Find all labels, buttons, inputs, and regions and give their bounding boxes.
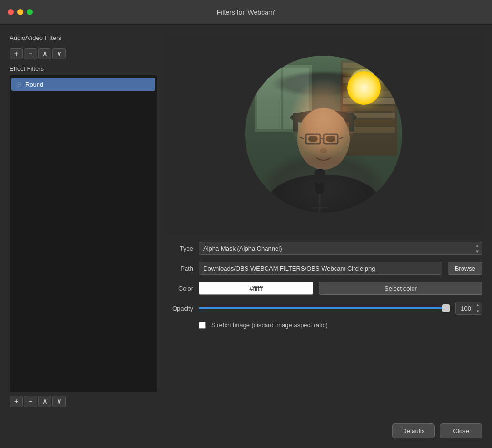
effect-add-button[interactable]: + xyxy=(10,396,23,407)
effect-up-button[interactable]: ∧ xyxy=(38,396,51,407)
opacity-slider-container xyxy=(199,303,450,313)
svg-rect-5 xyxy=(343,63,395,68)
stretch-row: Stretch Image (discard image aspect rati… xyxy=(199,321,482,329)
window-title: Filters for 'Webcam' xyxy=(217,9,276,16)
svg-rect-31 xyxy=(314,169,325,183)
left-panel: Audio/Video Filters + − ∧ ∨ Effect Filte… xyxy=(10,34,157,407)
visibility-icon[interactable]: ☉ xyxy=(16,81,21,88)
audio-remove-button[interactable]: − xyxy=(24,48,37,59)
maximize-button[interactable] xyxy=(27,9,33,15)
svg-rect-18 xyxy=(293,113,298,132)
color-label: Color xyxy=(165,285,193,292)
opacity-down-arrow[interactable]: ▼ xyxy=(473,308,482,314)
type-select-wrapper: Alpha Mask (Alpha Channel)Alpha Mask (Co… xyxy=(199,242,482,255)
color-value-text: #ffffff xyxy=(249,285,263,292)
svg-rect-7 xyxy=(343,77,395,83)
stretch-label: Stretch Image (discard image aspect rati… xyxy=(211,321,328,329)
svg-point-28 xyxy=(320,148,327,153)
svg-rect-9 xyxy=(343,91,395,97)
browse-button[interactable]: Browse xyxy=(448,262,482,275)
effect-filter-name: Round xyxy=(25,81,43,88)
path-row: Path Browse xyxy=(165,262,482,275)
opacity-thumb[interactable] xyxy=(442,304,450,312)
opacity-row: Opacity ▲ ▼ xyxy=(165,302,482,315)
select-color-button[interactable]: Select color xyxy=(319,282,482,295)
minimize-button[interactable] xyxy=(17,9,23,15)
svg-point-16 xyxy=(351,71,377,97)
audio-up-button[interactable]: ∧ xyxy=(38,48,51,59)
bottom-bar: Defaults Close xyxy=(0,417,492,448)
webcam-preview xyxy=(245,56,402,213)
opacity-arrows: ▲ ▼ xyxy=(473,302,482,314)
settings-area: Type Alpha Mask (Alpha Channel)Alpha Mas… xyxy=(165,242,482,333)
close-dialog-button[interactable]: Close xyxy=(440,423,482,438)
svg-rect-10 xyxy=(343,98,395,104)
defaults-button[interactable]: Defaults xyxy=(392,423,435,438)
svg-point-27 xyxy=(326,136,335,142)
webcam-face-image xyxy=(245,56,402,213)
opacity-label: Opacity xyxy=(165,305,193,312)
type-select[interactable]: Alpha Mask (Alpha Channel)Alpha Mask (Co… xyxy=(199,242,482,255)
opacity-number-wrap: ▲ ▼ xyxy=(455,302,482,315)
audio-toolbar: + − ∧ ∨ xyxy=(10,48,157,59)
traffic-lights xyxy=(8,9,33,15)
effect-toolbar: + − ∧ ∨ xyxy=(10,396,157,407)
opacity-up-arrow[interactable]: ▲ xyxy=(473,302,482,308)
svg-rect-2 xyxy=(257,68,281,129)
effect-filters-label: Effect Filters xyxy=(10,65,157,72)
opacity-input[interactable] xyxy=(456,305,473,312)
color-row: Color #ffffff Select color xyxy=(165,282,482,295)
effect-down-button[interactable]: ∨ xyxy=(52,396,66,407)
path-input[interactable] xyxy=(199,262,442,275)
effect-remove-button[interactable]: − xyxy=(24,396,37,407)
effect-filter-item-round[interactable]: ☉ Round xyxy=(11,78,155,91)
type-label: Type xyxy=(165,245,193,252)
background-svg xyxy=(245,56,402,213)
opacity-fill xyxy=(199,307,450,309)
path-label: Path xyxy=(165,265,193,272)
audio-down-button[interactable]: ∨ xyxy=(52,48,66,59)
close-button[interactable] xyxy=(8,9,14,15)
audio-video-label: Audio/Video Filters xyxy=(10,34,157,41)
preview-area xyxy=(165,34,482,234)
svg-rect-8 xyxy=(343,84,395,90)
svg-rect-19 xyxy=(349,113,354,132)
right-panel: Type Alpha Mask (Alpha Channel)Alpha Mas… xyxy=(165,34,482,407)
effect-filter-list: ☉ Round xyxy=(10,75,157,392)
svg-rect-11 xyxy=(343,106,395,111)
color-swatch[interactable]: #ffffff xyxy=(199,282,313,295)
audio-add-button[interactable]: + xyxy=(10,48,23,59)
audio-video-section: Audio/Video Filters + − ∧ ∨ xyxy=(10,34,157,59)
opacity-track[interactable] xyxy=(199,307,450,309)
type-row: Type Alpha Mask (Alpha Channel)Alpha Mas… xyxy=(165,242,482,255)
svg-point-26 xyxy=(308,136,318,142)
svg-point-15 xyxy=(351,71,377,97)
title-bar: Filters for 'Webcam' xyxy=(0,0,492,25)
main-content: Audio/Video Filters + − ∧ ∨ Effect Filte… xyxy=(0,25,492,417)
effect-filters-section: Effect Filters ☉ Round + − ∧ ∨ xyxy=(10,65,157,407)
stretch-checkbox[interactable] xyxy=(199,322,206,329)
